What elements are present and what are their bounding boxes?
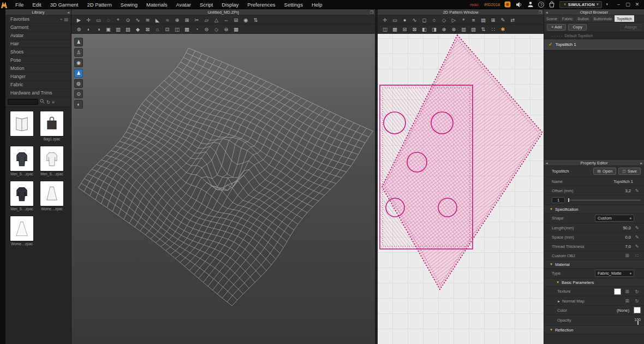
show-avatar-icon[interactable]: ♟ [74,38,83,46]
menu-item-sewing[interactable]: Sewing [116,0,142,9]
grid-arrange-icon[interactable]: ⊞ [182,16,192,24]
fabric-right-icon[interactable]: ◨ [430,25,439,33]
avatar-display-icon[interactable]: ⊚ [74,25,84,33]
library-tree-shoes[interactable]: Shoes [5,48,71,56]
browse-grid-icon[interactable]: ⊞ [623,298,631,304]
stress-map-icon[interactable]: ▨ [123,25,133,33]
zipper-icon[interactable]: ⇅ [251,16,260,24]
minimize-button[interactable]: – [614,1,623,9]
tape-icon[interactable]: ⊟ [231,16,241,24]
transform-gizmo-icon[interactable]: ⌖ [114,16,123,24]
select-lasso-icon[interactable]: ◌ [104,16,113,24]
show-sewing-icon[interactable]: ◫ [380,25,390,33]
edit-pencil-icon[interactable]: ✎ [633,188,641,193]
rotate-view-icon[interactable]: ◔ [192,25,201,33]
offset-slider[interactable] [568,200,641,200]
thread-thickness-value[interactable]: 7,0 [625,244,631,249]
tab-buttonhole[interactable]: Buttonhole [592,15,615,22]
internal-polygon-icon[interactable]: ▤ [479,16,488,24]
add-favorite-icon[interactable]: + [60,17,63,22]
section-basic-parameters[interactable]: ▼ Basic Parameters [544,278,644,287]
select-box-icon[interactable]: ▭ [94,16,103,24]
scissors-icon[interactable]: ✂ [192,16,201,24]
menu-item-help[interactable]: Help [307,0,327,9]
library-item-men-s-zpac[interactable]: Men_S....zpac [39,146,64,177]
menu-item-3d-garment[interactable]: 3D Garment [46,0,83,9]
library-item-wome-zpac[interactable]: Wome....zpac [39,181,64,212]
dart-tool-icon[interactable]: ▷ [449,16,458,24]
fit-map-icon[interactable]: ◆ [133,25,142,33]
library-tree-hardware-and-trims[interactable]: Hardware and Trims [5,89,71,97]
edit-curvature-icon[interactable]: ∿ [410,16,419,24]
fold-arrangement-icon[interactable]: ◣ [153,16,162,24]
library-tree-favorites[interactable]: Favorites+▤ [5,15,71,23]
next-icon[interactable]: ▸ [640,160,642,166]
volume-icon[interactable] [515,1,523,8]
tab-topstitch[interactable]: Topstitch [615,15,635,22]
menu-item-settings[interactable]: Settings [280,0,307,9]
list-view-icon[interactable]: ≡ [52,99,55,105]
library-item-wome-zpac[interactable]: Wome....zpac [9,216,34,247]
library-tree-pose[interactable]: Pose [5,56,71,64]
steam-icon[interactable]: △ [212,16,221,24]
library-item-men-s-zpac[interactable]: Men_S....zpac [9,146,34,177]
section-reflection[interactable]: ▼ Reflection [544,326,644,334]
show-pose-icon[interactable]: ♟ [74,69,83,78]
edit-pencil-icon[interactable]: ✎ [633,234,641,240]
reset-view-icon[interactable]: ⊡ [163,25,172,33]
show-hair-icon[interactable]: ♙ [74,48,83,57]
menu-item-script[interactable]: Script [195,0,217,9]
pattern-outline-icon[interactable]: ▣ [104,25,113,33]
texture-swatch[interactable] [614,288,621,295]
folder-icon[interactable]: ▤ [64,17,68,22]
show-accessories-icon[interactable]: ◍ [74,79,83,88]
library-tree-fabric[interactable]: Fabric [5,81,71,89]
library-tree-avatar[interactable]: Avatar [5,32,71,40]
hide-avatar-icon[interactable]: ⊖ [222,25,231,33]
rectangle-tool-icon[interactable]: ◻ [420,16,429,24]
menu-item-file[interactable]: File [11,0,28,9]
tab-fabric[interactable]: Fabric [560,15,575,22]
prev-icon[interactable]: ◂ [546,160,548,166]
flip-pattern-icon[interactable]: ⇅ [479,25,488,33]
set-buttonhole-icon[interactable]: ⊗ [449,25,458,33]
tack-icon[interactable]: ⊕ [172,16,182,24]
freeze-icon[interactable]: ⊠ [143,25,152,33]
maximize-button[interactable]: ▢ [623,1,633,9]
copy-button[interactable]: Copy [568,24,587,31]
strain-map-icon[interactable]: ▥ [114,25,123,33]
library-tree-hair[interactable]: Hair [5,40,71,48]
reload-icon[interactable]: ↻ [633,298,641,304]
save-button[interactable]: ◫ Save [618,168,641,175]
wireframe-icon[interactable]: ◇ [212,25,221,33]
add-buttonhole-icon[interactable]: ⊕ [439,25,449,33]
slider-value-input[interactable]: 1 [552,197,565,203]
viewport-3d[interactable]: ♟♙◉♟◍⊙◐ [71,34,375,344]
simulation-toggle[interactable]: ⚡ SIMULATION ▾ [559,1,602,8]
grid-view-icon[interactable]: ▦ [231,25,241,33]
show-topstitch-icon[interactable]: ✱ [498,25,508,33]
substance-icon[interactable] [504,1,511,8]
edit-texture-icon[interactable]: ✎ [498,16,508,24]
offset-value[interactable]: 3,2 [625,188,631,193]
show-arrangement-icon[interactable]: ⊙ [74,90,83,98]
show-grid-icon[interactable]: ▩ [390,25,399,33]
library-tree-motion[interactable]: Motion [5,64,71,73]
list-item-default-topstitch[interactable]: - - - - - Default Topstitch [544,32,644,39]
mesh-view-icon[interactable]: ◑ [94,25,103,33]
tab-scene[interactable]: Scene [544,15,560,22]
float-window-icon[interactable]: ❒ [539,9,542,15]
more-dots-icon[interactable]: ∷ [633,253,641,258]
show-notch-icon[interactable]: ▥ [459,25,468,33]
list-item-topstitch-1[interactable]: ✓ Topstitch 1 [544,39,644,50]
button-tool-icon[interactable]: ◉ [241,16,251,24]
open-button[interactable]: ▤ Open [593,168,616,175]
browse-grid-icon[interactable]: ⊞ [623,253,631,258]
home-view-icon[interactable]: ⌂ [153,25,162,33]
show-annotation-icon[interactable]: ▧ [469,25,478,33]
library-item-bag1-zpac[interactable]: Bag1.zpac [39,111,64,143]
length-value[interactable]: 50,0 [623,226,631,230]
browse-grid-icon[interactable]: ⊞ [623,289,631,294]
smooth-view-icon[interactable]: ⊜ [202,25,211,33]
select-move-icon[interactable]: ✛ [84,16,93,24]
